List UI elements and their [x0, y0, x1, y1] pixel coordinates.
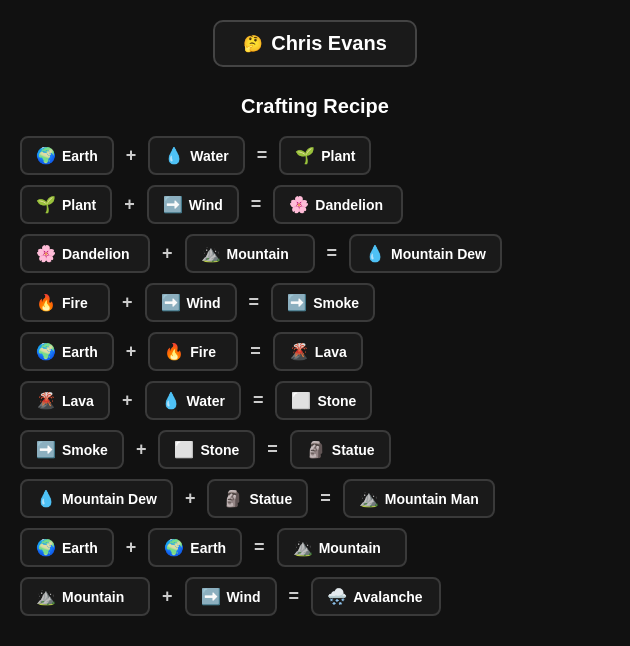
ingredient-2-icon: 💧 — [161, 391, 181, 410]
recipe-row: 🌋 Lava + 💧 Water = ⬜ Stone — [20, 381, 610, 420]
user-name: Chris Evans — [271, 32, 387, 55]
result-element[interactable]: 🌨️ Avalanche — [311, 577, 441, 616]
ingredient-1[interactable]: 🌸 Dandelion — [20, 234, 150, 273]
recipe-row: 🌍 Earth + 💧 Water = 🌱 Plant — [20, 136, 610, 175]
ingredient-2-label: Wind — [227, 589, 261, 605]
ingredient-1[interactable]: 🌍 Earth — [20, 528, 114, 567]
result-label: Statue — [332, 442, 375, 458]
plus-operator: + — [160, 586, 175, 607]
ingredient-2-icon: ⛰️ — [201, 244, 221, 263]
recipe-row: 💧 Mountain Dew + 🗿 Statue = ⛰️ Mountain … — [20, 479, 610, 518]
ingredient-1-label: Earth — [62, 148, 98, 164]
result-element[interactable]: ⛰️ Mountain Man — [343, 479, 495, 518]
ingredient-2-label: Stone — [200, 442, 239, 458]
equals-operator: = — [249, 194, 264, 215]
recipe-row: 🌱 Plant + ➡️ Wind = 🌸 Dandelion — [20, 185, 610, 224]
ingredient-2[interactable]: 🌍 Earth — [148, 528, 242, 567]
recipe-list: 🌍 Earth + 💧 Water = 🌱 Plant 🌱 Plant + ➡️… — [20, 136, 610, 616]
ingredient-1-label: Fire — [62, 295, 88, 311]
ingredient-2[interactable]: 🔥 Fire — [148, 332, 238, 371]
ingredient-1[interactable]: 🌱 Plant — [20, 185, 112, 224]
ingredient-2[interactable]: 🗿 Statue — [207, 479, 308, 518]
result-icon: 🗿 — [306, 440, 326, 459]
ingredient-2[interactable]: 💧 Water — [148, 136, 244, 175]
ingredient-1-icon: 🌍 — [36, 538, 56, 557]
plus-operator: + — [120, 292, 135, 313]
equals-operator: = — [255, 145, 270, 166]
equals-operator: = — [318, 488, 333, 509]
result-icon: 🌋 — [289, 342, 309, 361]
plus-operator: + — [124, 341, 139, 362]
ingredient-2[interactable]: ⬜ Stone — [158, 430, 255, 469]
equals-operator: = — [325, 243, 340, 264]
result-element[interactable]: 🗿 Statue — [290, 430, 391, 469]
recipe-row: 🌸 Dandelion + ⛰️ Mountain = 💧 Mountain D… — [20, 234, 610, 273]
equals-operator: = — [248, 341, 263, 362]
ingredient-1[interactable]: 🌍 Earth — [20, 332, 114, 371]
ingredient-2-label: Wind — [187, 295, 221, 311]
ingredient-2-label: Wind — [189, 197, 223, 213]
ingredient-2-icon: 🌍 — [164, 538, 184, 557]
ingredient-2[interactable]: ➡️ Wind — [147, 185, 239, 224]
recipe-row: ➡️ Smoke + ⬜ Stone = 🗿 Statue — [20, 430, 610, 469]
result-element[interactable]: 🌸 Dandelion — [273, 185, 403, 224]
ingredient-1-icon: ⛰️ — [36, 587, 56, 606]
result-element[interactable]: 💧 Mountain Dew — [349, 234, 502, 273]
result-label: Avalanche — [353, 589, 423, 605]
plus-operator: + — [160, 243, 175, 264]
ingredient-1-icon: 💧 — [36, 489, 56, 508]
section-title: Crafting Recipe — [241, 95, 389, 118]
result-icon: ⛰️ — [359, 489, 379, 508]
ingredient-1-icon: 🔥 — [36, 293, 56, 312]
ingredient-2[interactable]: ➡️ Wind — [145, 283, 237, 322]
user-badge[interactable]: 🤔 Chris Evans — [213, 20, 417, 67]
ingredient-2-label: Fire — [190, 344, 216, 360]
result-label: Plant — [321, 148, 355, 164]
ingredient-1[interactable]: 💧 Mountain Dew — [20, 479, 173, 518]
result-icon: 🌸 — [289, 195, 309, 214]
equals-operator: = — [265, 439, 280, 460]
equals-operator: = — [287, 586, 302, 607]
ingredient-1-label: Earth — [62, 540, 98, 556]
plus-operator: + — [124, 537, 139, 558]
plus-operator: + — [134, 439, 149, 460]
ingredient-2-icon: ➡️ — [161, 293, 181, 312]
ingredient-1[interactable]: 🌋 Lava — [20, 381, 110, 420]
page-wrapper: 🤔 Chris Evans Crafting Recipe 🌍 Earth + … — [0, 0, 630, 646]
result-icon: ➡️ — [287, 293, 307, 312]
ingredient-1-icon: 🌋 — [36, 391, 56, 410]
result-element[interactable]: 🌋 Lava — [273, 332, 363, 371]
ingredient-2-label: Water — [187, 393, 225, 409]
ingredient-1[interactable]: 🌍 Earth — [20, 136, 114, 175]
ingredient-1-label: Lava — [62, 393, 94, 409]
plus-operator: + — [124, 145, 139, 166]
ingredient-1[interactable]: ⛰️ Mountain — [20, 577, 150, 616]
ingredient-2[interactable]: ⛰️ Mountain — [185, 234, 315, 273]
result-element[interactable]: 🌱 Plant — [279, 136, 371, 175]
result-icon: 💧 — [365, 244, 385, 263]
result-icon: ⬜ — [291, 391, 311, 410]
ingredient-1-label: Smoke — [62, 442, 108, 458]
result-label: Lava — [315, 344, 347, 360]
result-label: Mountain Dew — [391, 246, 486, 262]
ingredient-1-icon: 🌱 — [36, 195, 56, 214]
recipe-row: ⛰️ Mountain + ➡️ Wind = 🌨️ Avalanche — [20, 577, 610, 616]
ingredient-2-icon: 🗿 — [223, 489, 243, 508]
ingredient-1[interactable]: ➡️ Smoke — [20, 430, 124, 469]
result-label: Smoke — [313, 295, 359, 311]
ingredient-2[interactable]: 💧 Water — [145, 381, 241, 420]
ingredient-1[interactable]: 🔥 Fire — [20, 283, 110, 322]
result-element[interactable]: ⛰️ Mountain — [277, 528, 407, 567]
ingredient-2-label: Mountain — [227, 246, 289, 262]
ingredient-2[interactable]: ➡️ Wind — [185, 577, 277, 616]
ingredient-1-label: Dandelion — [62, 246, 130, 262]
result-element[interactable]: ⬜ Stone — [275, 381, 372, 420]
ingredient-1-label: Earth — [62, 344, 98, 360]
result-element[interactable]: ➡️ Smoke — [271, 283, 375, 322]
result-label: Stone — [317, 393, 356, 409]
ingredient-2-label: Water — [190, 148, 228, 164]
recipe-row: 🔥 Fire + ➡️ Wind = ➡️ Smoke — [20, 283, 610, 322]
ingredient-2-icon: 🔥 — [164, 342, 184, 361]
result-icon: 🌱 — [295, 146, 315, 165]
ingredient-2-icon: ⬜ — [174, 440, 194, 459]
